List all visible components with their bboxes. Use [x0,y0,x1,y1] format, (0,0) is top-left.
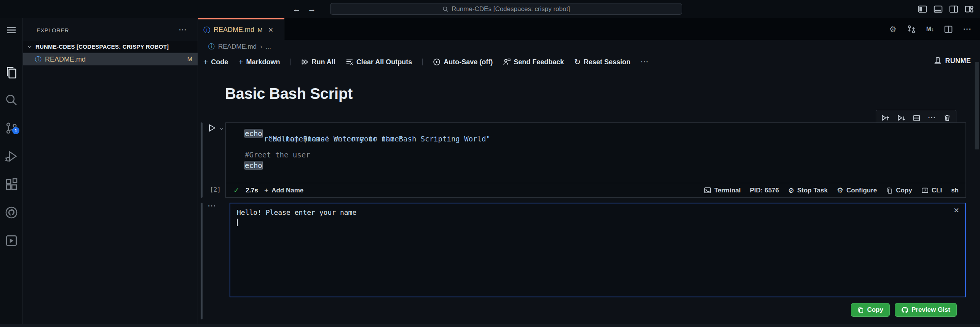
sidebar-item-search[interactable] [0,89,23,111]
delete-cell-icon[interactable] [943,114,951,122]
plus-icon: + [203,57,208,67]
explorer-panel: EXPLORER ··· RUNME-CDES [CODESPACES: CRI… [23,18,198,327]
breadcrumb-ellipsis[interactable]: ... [266,43,271,51]
open-preview-icon[interactable]: M↓ [926,26,934,33]
explorer-title: EXPLORER [37,27,69,33]
tab-modified-badge: M [258,27,263,33]
toggle-secondary-sidebar-icon[interactable] [949,5,958,14]
output-menu-icon[interactable]: ··· [208,202,216,210]
add-name-button[interactable]: + Add Name [264,186,303,195]
settings-gear-icon[interactable]: ⚙ [889,25,897,34]
plus-icon: + [238,57,243,67]
copy-icon [857,307,864,313]
command-center-search[interactable]: Runme-CDEs [Codespaces: crispy robot] [330,3,682,15]
toolbar-divider [422,59,423,65]
run-options-chevron-icon[interactable] [219,126,224,131]
breadcrumb-file[interactable]: README.md [218,43,257,51]
sidebar-item-github[interactable] [0,202,23,224]
auto-save-icon [433,58,441,66]
open-terminal-button[interactable]: Terminal [704,187,741,194]
title-bar: ← → Runme-CDEs [Codespaces: crispy robot… [0,0,980,18]
file-row-readme[interactable]: ⓘ README.md M [23,53,198,65]
terminal-icon [704,187,711,194]
success-check-icon: ✓ [233,186,239,195]
send-feedback-button[interactable]: Send Feedback [503,58,564,66]
workspace-name: RUNME-CDES [CODESPACES: CRISPY ROBOT] [35,43,169,50]
tab-strip: ⓘ README.md M × ⚙ M↓ ··· [198,18,980,40]
code-lines[interactable]: echo "Hello! Please enter your name"read… [245,128,962,171]
terminal-output-text: Hello! Please enter your name [237,207,356,218]
close-output-icon[interactable]: × [954,206,959,215]
sidebar-item-extensions[interactable] [0,173,23,195]
auto-save-toggle[interactable]: Auto-Save (off) [433,58,493,66]
clear-all-outputs-button[interactable]: Clear All Outputs [346,58,412,66]
terminal-output[interactable]: Hello! Please enter your name × [230,203,966,297]
output-actions: Copy Preview Gist [851,303,957,317]
reset-session-button[interactable]: ↻ Reset Session [574,57,630,67]
copy-cell-button[interactable]: Copy [886,187,912,194]
activity-bar: 1 [0,18,23,327]
toolbar-more-icon[interactable]: ··· [641,58,649,66]
runme-logo-icon [934,57,942,65]
search-icon [442,6,449,12]
nav-back-icon[interactable]: ← [292,4,301,14]
cli-icon [921,187,929,194]
run-cell-button[interactable] [207,124,216,132]
sidebar-item-source-control[interactable]: 1 [0,117,23,139]
configure-button[interactable]: ⚙ Configure [837,186,877,195]
split-editor-icon[interactable] [944,25,953,34]
explorer-more-icon[interactable]: ··· [179,26,187,34]
execute-below-icon[interactable] [897,114,905,122]
stop-icon: ⊘ [788,186,794,195]
stop-task-button[interactable]: ⊘ Stop Task [788,186,828,195]
code-cell[interactable]: echo "Hello! Please enter your name"read… [225,122,966,198]
compare-versions-icon[interactable] [907,25,916,34]
reset-icon: ↻ [574,57,581,67]
sidebar-item-run-debug[interactable] [0,145,23,167]
execute-above-icon[interactable] [881,114,889,122]
runme-label: RUNME [945,57,971,65]
search-text: Runme-CDEs [Codespaces: crispy robot] [452,5,570,13]
scm-badge: 1 [12,127,19,134]
info-icon: ⓘ [35,55,41,64]
output-focus-bar [201,203,203,319]
breadcrumb[interactable]: ⓘ README.md › ... [208,40,271,53]
menu-hamburger-icon[interactable] [0,19,23,41]
add-code-button[interactable]: + Code [203,57,228,67]
customize-layout-icon[interactable] [965,5,974,14]
split-cell-icon[interactable] [913,114,921,122]
workspace-section-header[interactable]: RUNME-CDES [CODESPACES: CRISPY ROBOT] [23,41,198,52]
github-icon [901,306,908,314]
sidebar-item-explorer[interactable] [0,62,23,84]
add-markdown-button[interactable]: + Markdown [238,57,280,67]
tab-readme[interactable]: ⓘ README.md M × [198,18,284,40]
clear-outputs-icon [346,58,353,66]
breadcrumb-separator: › [260,43,262,51]
run-cell-controls [207,124,224,132]
tab-label: README.md [214,26,254,34]
gear-icon: ⚙ [837,186,843,195]
notebook-toolbar: + Code + Markdown Run All Clear All Outp… [203,53,649,71]
toggle-sidebar-icon[interactable] [918,5,927,14]
cell-more-icon[interactable]: ··· [928,114,936,122]
execution-order: [2] [210,186,221,193]
toolbar-divider [290,59,291,65]
toggle-panel-icon[interactable] [934,5,943,14]
copy-output-button[interactable]: Copy [851,303,890,317]
tab-close-icon[interactable]: × [268,26,273,34]
sidebar-item-runme[interactable] [0,230,23,252]
plus-icon: + [264,186,268,195]
cli-button[interactable]: CLI [921,187,942,194]
cell-status-bar: ✓ 2.7s + Add Name Terminal PID: 6576 [226,183,966,197]
language-indicator[interactable]: sh [951,187,959,194]
chevron-down-icon [27,44,32,49]
editor-scrollbar[interactable] [975,62,979,149]
nav-forward-icon[interactable]: → [308,4,316,14]
process-id: PID: 6576 [750,187,779,194]
execution-duration: 2.7s [246,187,258,194]
preview-gist-button[interactable]: Preview Gist [895,303,957,317]
run-all-button[interactable]: Run All [301,58,335,66]
feedback-person-icon [503,58,511,66]
bottom-edge [0,324,980,327]
more-actions-icon[interactable]: ··· [963,25,972,33]
